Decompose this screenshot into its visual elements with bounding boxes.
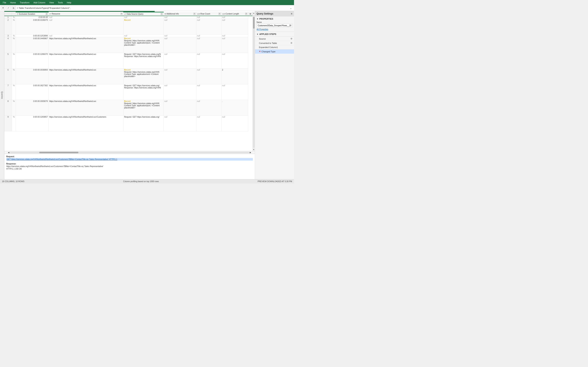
horizontal-scrollbar[interactable]: ◀ ▶ (4, 151, 255, 154)
scroll-track (253, 15, 255, 148)
step-error-icon: ✕ (259, 50, 261, 53)
step-name-label: Source (259, 38, 290, 40)
resource-cell: https://services.odata.org/V4/Northwind/… (49, 84, 124, 100)
right-panel-title: Query Settings (257, 12, 273, 15)
resource-cell: null (49, 19, 124, 34)
preview-response-url: https://services.odata.org/V4/Northwind/… (6, 165, 253, 167)
column-header-row: ⏱ Exclusive Duration ▾ Aᵃ Resource ▾ (4, 12, 252, 16)
th-cl-filter[interactable]: ▾ (245, 13, 247, 15)
th-row-count[interactable]: 123 Row Count ▾ (196, 12, 221, 16)
all-properties-link[interactable]: All Properties (257, 28, 292, 30)
data-table: ⏱ Exclusive Duration ▾ Aᵃ Resource ▾ (4, 12, 252, 131)
exclusive-duration-cell: 0:00:00.00 (16, 16, 49, 19)
th-content-length[interactable]: 123 Content Length ▾ (221, 12, 248, 16)
resource-cell: https://services.odata.org/V4/Northwind/… (49, 69, 124, 84)
th-dsq-label: Data Source Query (127, 13, 143, 15)
menu-home[interactable]: Home (8, 1, 18, 4)
data-grid-scroll[interactable]: ⏱ Exclusive Duration ▾ Aᵃ Resource ▾ (4, 12, 252, 151)
content-length-cell: 2 (221, 69, 248, 84)
record-link[interactable]: Record (124, 37, 130, 40)
exclusive-duration-cell: 0:00:00.0449967 (16, 37, 49, 53)
resource-cell: null (49, 16, 124, 19)
menu-view[interactable]: View (47, 1, 56, 4)
formula-input[interactable] (17, 7, 289, 10)
th-rc-label: Row Count (200, 13, 210, 15)
expand-cols-icon[interactable]: ⊞ (249, 13, 251, 15)
th-row-num (4, 12, 12, 16)
record-link[interactable]: Record (124, 100, 130, 102)
row-count-cell: null (196, 116, 221, 131)
th-resource[interactable]: Aᵃ Resource ▾ (49, 12, 124, 16)
th-dsq-filter[interactable]: ▾ (161, 13, 163, 15)
applied-steps-header[interactable]: ▼ APPLIED STEPS (255, 32, 294, 37)
row-num-cell: 2 (4, 19, 12, 34)
menu-file[interactable]: File (1, 1, 8, 4)
name-input[interactable] (257, 24, 292, 27)
exclusive-duration-cell: 0:00:00.0286070 (16, 53, 49, 69)
step-item[interactable]: Expanded Column1 (255, 45, 294, 50)
step-gear-icon[interactable]: ⚙ (290, 37, 292, 40)
menu-add-column[interactable]: Add Column (32, 1, 47, 4)
record-link[interactable]: Record (124, 19, 130, 21)
preview-response-label: Response: (6, 163, 253, 165)
step-gear-icon[interactable]: ⚙ (290, 42, 292, 44)
row-num-cell: 9 (4, 116, 12, 131)
row-count-cell: null (196, 16, 221, 19)
applied-steps-chevron-icon: ▼ (257, 33, 258, 35)
step-name-label: Changed Type (261, 50, 292, 53)
table-row: 2%0:00:00.0106075nullRecordnullnullnull (4, 19, 252, 34)
h-scroll-thumb[interactable] (39, 152, 78, 153)
table-row: 3%0:00:00.0253896nullnullnullnullnull (4, 34, 252, 37)
th-excl-dur-filter[interactable]: ▾ (46, 13, 48, 15)
row-count-cell: null (196, 19, 221, 34)
pct-cell: % (12, 100, 16, 116)
th-data-source-query[interactable]: Aᵃ Data Source Query ▾ (124, 12, 164, 16)
row-num-cell: 4 (4, 37, 12, 53)
th-exclusive-duration[interactable]: ⏱ Exclusive Duration ▾ (16, 12, 49, 16)
formula-undo-btn[interactable]: ✕ (1, 6, 5, 10)
fx-label: fx (13, 7, 15, 9)
menu-tools[interactable]: Tools (56, 1, 65, 4)
th-rc-filter[interactable]: ▾ (219, 13, 221, 15)
properties-section: ▼ PROPERTIES Name All Properties (255, 17, 294, 32)
scroll-down-btn[interactable]: ▼ (252, 148, 255, 151)
preview-request-url[interactable]: GET https://services.odata.org/V4/Northw… (6, 158, 253, 161)
exclusive-duration-cell: 0:00:00.0106075 (16, 19, 49, 34)
formula-expand-btn[interactable]: ⌄ (289, 6, 293, 10)
th-resource-filter[interactable]: ▾ (121, 13, 123, 15)
step-item[interactable]: Source⚙ (255, 37, 294, 41)
h-scroll-left[interactable]: ◀ (8, 151, 10, 153)
pct-cell: % (12, 84, 16, 100)
queries-label: Queries (1, 91, 3, 99)
menu-help[interactable]: Help (65, 1, 73, 4)
formula-fx-btn[interactable]: fx (11, 6, 16, 10)
th-additional-info[interactable]: ⚙ Additional Info ▾ (164, 12, 196, 16)
preview-request-label: Request: (6, 155, 253, 158)
menu-transform[interactable]: Transform (18, 1, 32, 4)
data-source-query-cell: RecordRequest: https://services.odata.or… (124, 69, 164, 84)
table-row: 6%0:00:00.0030893https://services.odata.… (4, 69, 252, 84)
scroll-thumb[interactable] (253, 17, 255, 29)
h-scroll-right[interactable]: ▶ (249, 151, 252, 153)
queries-panel[interactable]: Queries (0, 11, 4, 179)
th-rc-icon: 123 (197, 13, 200, 15)
additional-info-cell: null (164, 19, 196, 34)
formula-confirm-btn[interactable]: ✓ (6, 6, 11, 10)
th-ai-filter[interactable]: ▾ (193, 13, 195, 15)
exclusive-duration-cell: 0:00:00.0009076 (16, 100, 49, 116)
right-panel-close-btn[interactable]: × (291, 12, 292, 15)
data-source-query-cell: null (124, 16, 164, 19)
scroll-up-btn[interactable]: ▲ (252, 12, 255, 15)
row-num-cell: 6 (4, 69, 12, 84)
exclusive-duration-cell: 0:00:00.0269857 (16, 116, 49, 131)
step-item[interactable]: ✕Changed Type (255, 50, 294, 54)
th-expand[interactable]: ⊞ (248, 12, 252, 16)
vertical-scrollbar[interactable]: ▲ ▼ (252, 12, 255, 151)
record-link[interactable]: Record (124, 69, 130, 71)
properties-section-header[interactable]: ▼ PROPERTIES (257, 18, 292, 20)
right-panel: Query Settings × ▼ PROPERTIES Name All P… (255, 11, 294, 179)
step-item[interactable]: Converted to Table⚙ (255, 41, 294, 45)
row-num-cell: 3 (4, 34, 12, 37)
row-count-cell: null (196, 34, 221, 37)
row-count-cell: null (196, 84, 221, 100)
